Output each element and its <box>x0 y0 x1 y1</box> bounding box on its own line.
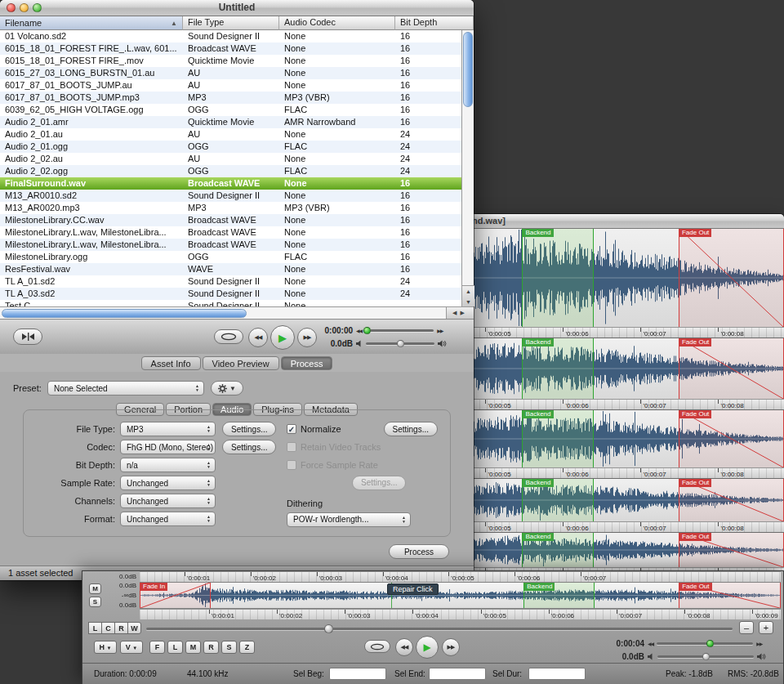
timeline-ruler[interactable]: '0:00:01'0:00:02'0:00:03'0:00:04'0:00:05… <box>140 571 781 582</box>
preset-popup[interactable]: None Selected ▲▼ <box>47 381 204 396</box>
volume-slider-knob[interactable] <box>397 340 404 347</box>
waveform-display[interactable]: BackendFade Out <box>465 410 784 467</box>
table-row[interactable]: 6015_18_01_FOREST FIRE_.mov Quicktime Mo… <box>0 55 461 67</box>
document-window-titlebar[interactable]: nd.wav] <box>461 214 784 229</box>
waveform-display[interactable]: BackendFade Out <box>465 338 784 399</box>
horizontal-scrollbar[interactable]: ◀▶ <box>0 306 474 319</box>
volume-slider[interactable] <box>657 655 754 658</box>
scroll-up-button[interactable]: ▲ <box>462 286 474 297</box>
zoom-button[interactable] <box>33 3 42 12</box>
loop-button[interactable] <box>214 329 243 344</box>
column-header-codec[interactable]: Audio Codec <box>279 16 395 30</box>
table-row[interactable]: TL A_01.sd2 Sound Designer II None 24 <box>0 275 461 288</box>
channel-button[interactable]: C <box>101 622 115 634</box>
table-row[interactable]: M13_AR0020.mp3 MP3 MP3 (VBR) 16 <box>0 202 461 214</box>
position-slider-knob[interactable] <box>706 640 714 647</box>
table-row[interactable]: 6039_62_05_HIGH VOLTAGE.ogg OGG FLAC 16 <box>0 104 461 116</box>
table-row[interactable]: Audio 2_02.ogg OGG FLAC 24 <box>0 165 461 177</box>
close-button[interactable] <box>7 3 16 12</box>
tool-button[interactable]: S <box>221 641 237 654</box>
sel-dur-input[interactable] <box>528 668 586 680</box>
settings-button[interactable]: Settings... <box>222 440 276 454</box>
fade-out-region[interactable]: Fade Out <box>679 338 784 399</box>
table-row[interactable]: ResFestival.wav WAVE None 16 <box>0 263 461 275</box>
zoom-in-button[interactable]: + <box>759 621 773 634</box>
table-row[interactable]: Audio 2_01.amr Quicktime Movie AMR Narro… <box>0 116 461 128</box>
table-row[interactable]: 6017_87_01_BOOTS_JUMP.au AU None 16 <box>0 79 461 92</box>
seek-forward-icon[interactable]: ▶▶ <box>756 641 762 646</box>
vertical-scrollbar[interactable]: ▲▼ <box>461 30 474 306</box>
tool-button[interactable]: Z <box>239 641 255 654</box>
table-row[interactable]: 6015_27_03_LONG_BURSTN_01.au AU None 16 <box>0 67 461 79</box>
fade-out-region[interactable]: Fade Out <box>679 583 781 608</box>
table-row[interactable]: 01 Volcano.sd2 Sound Designer II None 16 <box>0 30 461 42</box>
position-slider[interactable] <box>365 329 434 332</box>
timeline-ruler[interactable]: '0:00:05'0:00:06'0:00:07'0:00:08 <box>465 399 784 409</box>
fade-out-region[interactable]: Fade Out <box>679 410 784 467</box>
fade-in-region[interactable]: Fade In <box>140 583 211 608</box>
rewind-button[interactable]: ◀◀ <box>395 638 413 656</box>
fade-out-region[interactable]: Fade Out <box>679 229 784 327</box>
backend-region[interactable]: Backend <box>522 479 594 521</box>
minimize-button[interactable] <box>20 3 29 12</box>
table-row[interactable]: M13_AR0010.sd2 Sound Designer II None 16 <box>0 190 461 202</box>
rewind-button[interactable]: ◀◀ <box>248 328 268 347</box>
table-row[interactable]: Audio 2_01.au AU None 24 <box>0 128 461 141</box>
normalize-settings-button[interactable]: Settings... <box>384 422 438 436</box>
sel-beg-input[interactable] <box>329 668 386 680</box>
position-slider-knob[interactable] <box>363 327 371 334</box>
table-row[interactable]: Audio 2_02.au AU None 24 <box>0 153 461 165</box>
forward-button[interactable]: ▶▶ <box>297 328 317 347</box>
seek-back-icon[interactable]: ◀◀ <box>648 641 653 646</box>
view-tab[interactable]: Asset Info <box>141 356 201 370</box>
fade-out-region[interactable]: Fade Out <box>679 533 784 567</box>
tool-button[interactable]: R <box>203 641 219 654</box>
field-popup[interactable]: Unchanged ▲▼ <box>120 476 216 490</box>
solo-button[interactable]: S <box>89 597 101 607</box>
table-row[interactable]: Audio 2_01.ogg OGG FLAC 24 <box>0 141 461 153</box>
waveform-display[interactable]: Fade In Backend Fade Out Repair Click <box>140 582 781 609</box>
position-slider[interactable] <box>657 642 753 645</box>
table-row[interactable]: Test C... Sound Designer II None <box>0 300 461 306</box>
volume-slider[interactable] <box>366 342 434 345</box>
channel-button[interactable]: R <box>114 622 128 634</box>
dithering-popup[interactable]: POW-r Wordlength... ▲▼ <box>287 512 411 527</box>
main-titlebar[interactable]: Untitled <box>0 0 474 16</box>
column-header-filename[interactable]: Filename ▲ <box>0 16 183 30</box>
table-row[interactable]: 6017_87_01_BOOTS_JUMP.mp3 MP3 MP3 (VBR) … <box>0 92 461 104</box>
loop-button[interactable] <box>364 640 390 653</box>
table-row[interactable]: MilestoneLibrary.ogg OGG FLAC 16 <box>0 251 461 263</box>
scroll-slider[interactable] <box>146 628 733 630</box>
backend-region[interactable]: Backend <box>522 410 594 467</box>
timeline-ruler[interactable]: '0:00:05'0:00:06'0:00:07'0:00:08 <box>465 521 784 532</box>
fade-out-region[interactable]: Fade Out <box>679 479 784 521</box>
zoom-out-button[interactable]: – <box>739 621 754 634</box>
channel-button[interactable]: W <box>127 622 141 634</box>
action-menu-button[interactable]: ▼ <box>211 381 243 396</box>
tool-button[interactable]: L <box>167 641 183 654</box>
vertical-scrollbar-thumb[interactable] <box>463 32 473 107</box>
v-zoom-menu-button[interactable]: V ▼ <box>120 641 143 654</box>
table-row[interactable]: TL A_03.sd2 Sound Designer II None 24 <box>0 288 461 300</box>
backend-region[interactable]: Backend <box>522 229 594 327</box>
timeline-ruler[interactable]: '0:00:05'0:00:06'0:00:07'0:00:08 <box>465 327 784 338</box>
sel-end-input[interactable] <box>429 668 486 680</box>
waveform-display[interactable]: BackendFade Out <box>465 533 784 567</box>
waveform-display[interactable]: BackendFade Out <box>465 229 784 327</box>
seek-forward-icon[interactable]: ▶▶ <box>437 328 443 333</box>
column-header-filetype[interactable]: File Type <box>183 16 279 30</box>
horizontal-scroll-arrows[interactable]: ◀▶ <box>446 307 474 320</box>
table-row[interactable]: MilestoneLibrary.CC.wav Broadcast WAVE N… <box>0 214 461 226</box>
field-popup[interactable]: Unchanged ▲▼ <box>120 494 216 508</box>
backend-region[interactable]: Backend <box>522 338 594 399</box>
play-button[interactable]: ▶ <box>416 636 439 659</box>
table-row[interactable]: MilestoneLibrary.L.wav, MilestoneLibra..… <box>0 226 461 239</box>
waveform-display[interactable]: BackendFade Out <box>465 479 784 521</box>
crossfade-button[interactable] <box>13 329 42 345</box>
scroll-slider-knob[interactable] <box>324 624 333 633</box>
channel-button[interactable]: L <box>88 622 102 634</box>
field-popup[interactable]: Unchanged ▲▼ <box>120 512 216 526</box>
process-button[interactable]: Process <box>389 544 449 559</box>
backend-region[interactable]: Backend <box>523 583 595 608</box>
h-zoom-menu-button[interactable]: H ▼ <box>94 641 117 654</box>
